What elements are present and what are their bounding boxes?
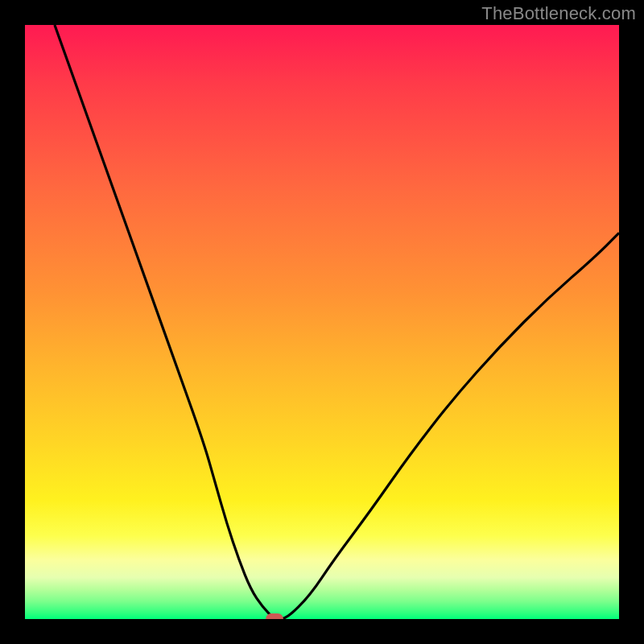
watermark-text: TheBottleneck.com [481, 3, 636, 24]
plot-area [25, 25, 619, 619]
heat-gradient-background [25, 25, 619, 619]
bottleneck-marker [266, 613, 283, 619]
chart-frame: TheBottleneck.com [0, 0, 644, 644]
